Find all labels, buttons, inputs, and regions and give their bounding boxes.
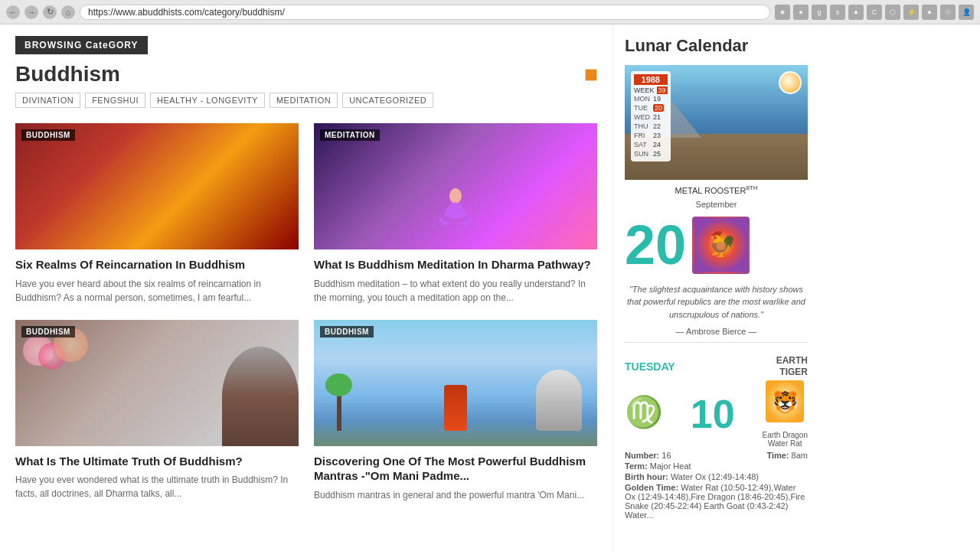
time-info: Time: 8am [766, 451, 808, 460]
address-bar[interactable]: https://www.abuddhists.com/category/budd… [80, 5, 770, 20]
back-button[interactable]: ← [6, 5, 20, 19]
main-content: BROWSING CateGORY Buddhism ▦ DIVINATION … [0, 24, 612, 551]
home-button[interactable]: ⌂ [61, 5, 75, 19]
zodiac-rooster-image: 🐓 [692, 217, 750, 274]
quote-author: — Ambrose Bierce — [625, 327, 808, 336]
september-label: September [625, 200, 808, 209]
article-title-4[interactable]: Discovering One Of The Most Powerful Bud… [314, 454, 597, 484]
article-badge-4: BUDDHISM [320, 326, 374, 337]
tuesday-section: TUESDAY EARTHTIGER ♍ 10 [625, 349, 808, 527]
term-row: Term: Major Heat [625, 461, 808, 471]
article-badge-1: BUDDHISM [21, 129, 75, 141]
article-image-3 [15, 320, 299, 446]
articles-grid: BUDDHISM Six Realms Of Reincarnation In … [15, 123, 597, 502]
mini-calendar: 1988 WEEK 39 MON19 TUE20 WED21 THU22 FRI… [631, 71, 671, 161]
article-image-wrap-3: BUDDHISM [15, 320, 299, 446]
browser-icons: ★ ● g s ● C ⬡ ⚡ ● ☉ 👤 [775, 5, 974, 20]
article-image-2 [314, 123, 597, 249]
page-title-section: Buddhism ▦ [15, 62, 597, 86]
lunar-calendar-widget: 1988 WEEK 39 MON19 TUE20 WED21 THU22 FRI… [625, 65, 808, 527]
rss-icon[interactable]: ▦ [584, 66, 597, 83]
tuesday-header: TUESDAY EARTHTIGER [625, 355, 808, 377]
quote-text: "The slightest acquaintance with history… [625, 277, 808, 328]
birth-hour-label: Birth hour: [625, 472, 668, 481]
sidebar-title: Lunar Calendar [625, 36, 808, 56]
tags-container: DIVINATION FENGSHUI HEALTHY - LONGEVITY … [15, 93, 597, 108]
earth-dragon-label: Earth Dragon [763, 431, 808, 439]
metal-rooster-label: METAL ROOSTER8TH [625, 184, 808, 195]
ext-icon-5[interactable]: C [867, 5, 882, 20]
article-title-2[interactable]: What Is Buddhism Meditation In Dharma Pa… [314, 257, 597, 272]
cal-week: WEEK 39 [634, 86, 668, 94]
svg-text:🐯: 🐯 [772, 390, 799, 415]
water-rat-label: Water Rat [768, 439, 802, 448]
svg-point-0 [449, 188, 462, 204]
sidebar: Lunar Calendar 1988 WEEK 39 MON19 T [612, 24, 819, 551]
time-label: Time: [766, 451, 789, 460]
article-image-wrap-2: MEDITATION [314, 123, 597, 249]
tuesday-label: TUESDAY [625, 360, 675, 373]
article-badge-3: BUDDHISM [21, 326, 75, 337]
tiger-icon-section: 🐯 Earth Dragon Water Rat [763, 380, 808, 448]
article-card-4[interactable]: BUDDHISM Discovering One Of The Most Pow… [314, 320, 597, 502]
number-val: 16 [662, 451, 671, 460]
moon-icon [779, 71, 802, 94]
article-image-1 [15, 123, 299, 249]
golden-time-label: Golden Time: [625, 483, 678, 492]
svg-text:♍: ♍ [625, 393, 663, 430]
article-image-wrap-1: BUDDHISM [15, 123, 299, 249]
article-excerpt-3: Have you ever wondered what is the ultim… [15, 473, 299, 500]
tag-fengshui[interactable]: FENGSHUI [85, 93, 145, 108]
star-icon[interactable]: ★ [775, 5, 790, 20]
article-excerpt-1: Have you ever heard about the six realms… [15, 277, 299, 305]
article-card-2[interactable]: MEDITATION What Is Buddhism Meditation I… [314, 123, 597, 305]
svg-text:🐓: 🐓 [706, 230, 737, 259]
ext-icon-8[interactable]: ● [922, 5, 937, 20]
virgo-icon: ♍ [625, 388, 663, 439]
number-label: Number: [625, 451, 659, 460]
ext-icon-1[interactable]: ● [793, 5, 808, 20]
term-label: Term: [625, 461, 648, 471]
big-date-20: 20 [625, 217, 686, 272]
ext-icon-6[interactable]: ⬡ [885, 5, 900, 20]
term-val: Major Heat [650, 461, 691, 471]
tag-healthy[interactable]: HEALTHY - LONGEVITY [150, 93, 265, 108]
article-card-1[interactable]: BUDDHISM Six Realms Of Reincarnation In … [15, 123, 299, 305]
article-excerpt-4: Buddhism mantras in general and the powe… [314, 488, 597, 502]
number-row: Number: 16 Time: 8am [625, 451, 808, 460]
big-date-10: 10 [691, 394, 735, 434]
article-image-4 [314, 320, 597, 446]
tuesday-row: ♍ 10 [625, 380, 808, 448]
article-image-wrap-4: BUDDHISM [314, 320, 597, 446]
ext-icon-7[interactable]: ⚡ [903, 5, 919, 20]
article-badge-2: MEDITATION [320, 129, 380, 141]
tiger-icon: 🐯 [766, 380, 804, 431]
earth-tiger-label: EARTHTIGER [776, 355, 808, 377]
tag-uncategorized[interactable]: UNCATEGORIZED [342, 93, 433, 108]
article-title-3[interactable]: What Is The Ultimate Truth Of Buddhism? [15, 454, 299, 469]
cal-year: 1988 [634, 74, 668, 85]
browsing-category-label: BROWSING CateGORY [15, 36, 148, 54]
ext-icon-2[interactable]: g [812, 5, 827, 20]
forward-button[interactable]: → [24, 5, 38, 19]
article-card-3[interactable]: BUDDHISM What Is The Ultimate Truth Of B… [15, 320, 299, 502]
tag-meditation[interactable]: MEDITATION [270, 93, 338, 108]
tag-divination[interactable]: DIVINATION [15, 93, 80, 108]
calendar-image: 1988 WEEK 39 MON19 TUE20 WED21 THU22 FRI… [625, 65, 808, 180]
birth-hour-val: Water Ox (12:49-14:48) [671, 472, 759, 481]
article-title-1[interactable]: Six Realms Of Reincarnation In Buddhism [15, 257, 299, 272]
reload-button[interactable]: ↻ [43, 5, 57, 19]
golden-time-row: Golden Time: Water Rat (10:50-12:49),Wat… [625, 483, 808, 520]
number-info: Number: 16 [625, 451, 671, 460]
birth-hour-row: Birth hour: Water Ox (12:49-14:48) [625, 472, 808, 481]
ext-icon-4[interactable]: ● [848, 5, 864, 20]
ext-icon-9[interactable]: ☉ [940, 5, 956, 20]
article-excerpt-2: Buddhism meditation – to what extent do … [314, 277, 597, 305]
ext-icon-3[interactable]: s [830, 5, 845, 20]
time-val: 8am [792, 451, 808, 460]
date-section: 20 🐓 [625, 214, 808, 277]
virgo-icon-section: ♍ [625, 388, 663, 439]
page-title: Buddhism [15, 62, 120, 86]
ext-icon-10[interactable]: 👤 [959, 5, 974, 20]
browser-chrome: ← → ↻ ⌂ https://www.abuddhists.com/categ… [0, 0, 980, 24]
